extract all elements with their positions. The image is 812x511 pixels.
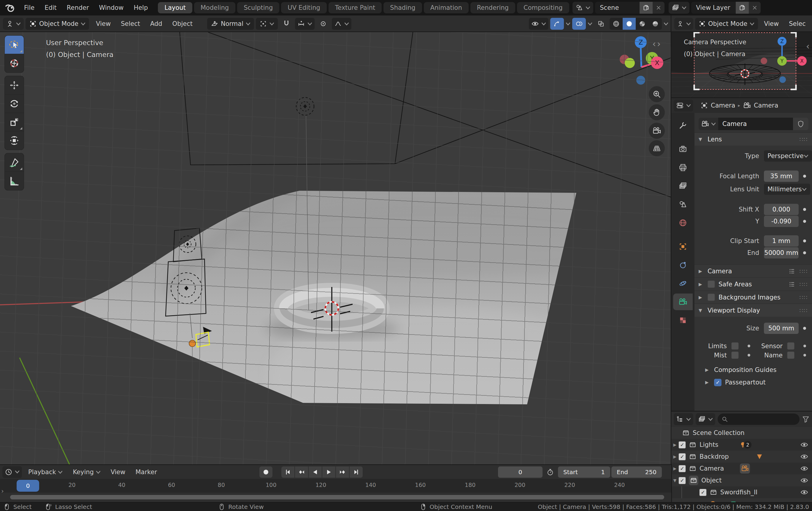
scale-tool[interactable] xyxy=(5,113,24,131)
shift-y-field[interactable]: -0.090 xyxy=(764,216,799,227)
outliner-row-object[interactable]: ▼ ✓ Object xyxy=(671,475,812,486)
select-box-tool[interactable] xyxy=(5,36,24,54)
timeline-ruler[interactable]: 0 › 20406080100120140160180200220240 xyxy=(0,479,671,492)
viewport-menu-item[interactable]: Add xyxy=(145,20,167,27)
region-toggle-arrows[interactable]: ‹› xyxy=(652,38,662,49)
outliner-row-scene-collection[interactable]: Scene Collection xyxy=(671,427,812,439)
filter-icon[interactable] xyxy=(802,415,810,423)
outliner-row-partial[interactable] xyxy=(671,498,812,503)
hide-eye-toggle[interactable] xyxy=(800,464,808,473)
outliner-editor-type-button[interactable] xyxy=(674,413,693,425)
lights-checkbox[interactable]: ✓ xyxy=(678,441,686,449)
jump-to-end-button[interactable] xyxy=(350,466,363,478)
topbar-menu-item[interactable]: File xyxy=(19,4,39,11)
previous-keyframe-button[interactable] xyxy=(295,466,308,478)
backdrop-checkbox[interactable]: ✓ xyxy=(678,453,686,460)
limits-checkbox[interactable] xyxy=(731,342,739,350)
panel-drag-grip[interactable]: ∷∷ xyxy=(800,307,808,314)
camera-preview-viewport[interactable]: Z Y X Camera Perspective (0) Object | Ca… xyxy=(671,32,812,98)
hide-eye-toggle[interactable] xyxy=(800,500,808,503)
animate-dot[interactable] xyxy=(803,175,806,178)
tab-physics[interactable] xyxy=(673,275,693,292)
frame-end-field[interactable]: End250 xyxy=(611,466,662,478)
workspace-tab[interactable]: Layout xyxy=(158,2,192,14)
mist-checkbox[interactable] xyxy=(731,351,739,359)
properties-editor-type-button[interactable] xyxy=(674,100,693,111)
next-keyframe-button[interactable] xyxy=(336,466,349,478)
workspace-tab[interactable]: Compositing xyxy=(517,2,569,14)
workspace-tab[interactable]: Sculpting xyxy=(237,2,279,14)
proportional-editing-toggle[interactable] xyxy=(316,18,330,30)
tab-texture[interactable] xyxy=(673,312,693,329)
background-images-panel-header[interactable]: ▶ Background Images ∷∷ xyxy=(694,291,812,304)
hide-eye-toggle[interactable] xyxy=(800,440,808,449)
ortho-view-button[interactable] xyxy=(649,140,665,156)
timeline-scrollbar[interactable] xyxy=(10,495,664,500)
camera-view-editor-type-button[interactable] xyxy=(674,18,693,30)
workspace-tab[interactable]: Modeling xyxy=(194,2,236,14)
timeline-menu-item[interactable]: Marker xyxy=(130,468,162,476)
snap-toggle[interactable] xyxy=(280,18,293,30)
outliner-row-swordfish[interactable]: ✓ Swordfish_II xyxy=(671,486,812,498)
viewport-menu-item[interactable]: Select xyxy=(116,20,145,27)
play-button[interactable] xyxy=(322,466,336,478)
clip-start-field[interactable]: 1 mm xyxy=(764,235,799,247)
shading-rendered-button[interactable] xyxy=(649,18,662,30)
preview-region-toggle-arrow[interactable]: ‹ xyxy=(806,41,811,51)
presets-list-icon[interactable] xyxy=(788,281,795,288)
measure-tool[interactable] xyxy=(5,172,24,190)
animate-dot[interactable] xyxy=(803,239,806,242)
browse-view-layer-button[interactable] xyxy=(669,2,690,14)
outliner-search-input[interactable] xyxy=(718,413,800,425)
pivot-point-dropdown[interactable] xyxy=(256,18,278,30)
cursor-tool[interactable] xyxy=(5,54,24,73)
transform-orientation-dropdown[interactable]: Normal xyxy=(207,18,254,30)
zoom-view-button[interactable] xyxy=(649,86,665,102)
workspace-tab[interactable]: UV Editing xyxy=(281,2,327,14)
camera-panel-header[interactable]: ▶ Camera ∷∷ xyxy=(694,264,812,277)
safe-areas-checkbox[interactable] xyxy=(707,280,715,288)
topbar-menu-item[interactable]: Window xyxy=(94,4,129,11)
frame-start-field[interactable]: Start1 xyxy=(558,466,610,478)
outliner-row-lights[interactable]: ▶ ✓ Lights 2 xyxy=(671,439,812,451)
background-images-checkbox[interactable] xyxy=(707,294,715,301)
shading-material-button[interactable] xyxy=(636,18,649,30)
tab-output[interactable] xyxy=(673,159,693,176)
composition-guides-subpanel[interactable]: ▶ Composition Guides xyxy=(694,364,812,376)
workspace-tab[interactable]: Shading xyxy=(383,2,422,14)
expand-arrow[interactable]: ▶ xyxy=(671,454,678,459)
show-gizmo-toggle[interactable] xyxy=(550,18,564,30)
panel-drag-grip[interactable]: ∷∷ xyxy=(800,294,808,301)
main-3d-viewport[interactable]: Z Y X User Perspective (0) Object | Came… xyxy=(0,32,671,465)
workspace-tab[interactable]: Animation xyxy=(424,2,469,14)
view-layer-name[interactable]: View Layer xyxy=(691,4,736,11)
timeline-editor-type-button[interactable] xyxy=(2,466,22,478)
animate-dot[interactable] xyxy=(803,220,806,223)
clip-end-field[interactable]: 50000 mm xyxy=(764,247,799,259)
fake-user-button[interactable] xyxy=(793,118,808,130)
object-checkbox[interactable]: ✓ xyxy=(678,477,686,484)
pan-view-button[interactable] xyxy=(649,104,665,120)
remove-view-layer-button[interactable] xyxy=(749,2,761,14)
animate-dot[interactable] xyxy=(748,345,750,347)
expand-arrow[interactable]: ▶ xyxy=(671,466,678,471)
overlays-dropdown[interactable] xyxy=(588,22,592,26)
snap-settings-dropdown[interactable] xyxy=(295,18,315,30)
gizmo-dropdown[interactable] xyxy=(566,22,571,26)
passepartout-checkbox[interactable]: ✓ xyxy=(714,379,722,386)
name-checkbox[interactable] xyxy=(787,351,794,359)
camera-data-name-field[interactable]: Camera xyxy=(718,118,793,130)
viewport-menu-item[interactable]: View xyxy=(91,20,116,27)
animate-dot[interactable] xyxy=(803,345,806,347)
hide-eye-toggle[interactable] xyxy=(800,488,808,496)
shading-dropdown[interactable] xyxy=(664,22,668,26)
annotate-tool[interactable] xyxy=(5,153,24,172)
hide-eye-toggle[interactable] xyxy=(800,453,808,461)
workspace-tab[interactable]: Texture Paint xyxy=(328,2,382,14)
object-visibility-dropdown[interactable] xyxy=(529,18,548,30)
timeline-menu-item[interactable]: Playback xyxy=(23,468,68,476)
sensor-checkbox[interactable] xyxy=(787,342,794,350)
shading-solid-button[interactable] xyxy=(622,18,636,30)
region-expand-arrow[interactable]: › xyxy=(1,487,4,495)
new-scene-button[interactable] xyxy=(640,2,652,14)
